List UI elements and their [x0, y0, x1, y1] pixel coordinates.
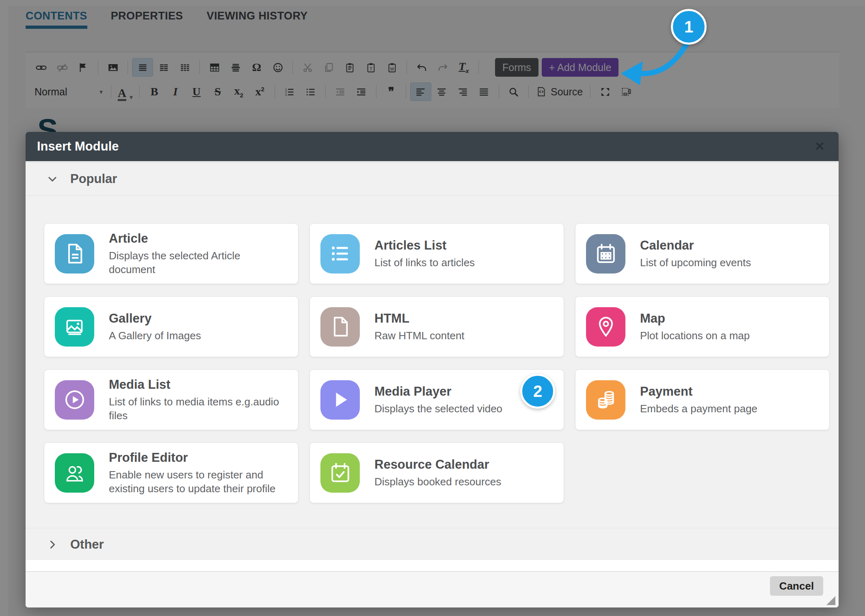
module-description: List of links to articles	[374, 256, 475, 269]
module-description: Displays the selected Article document	[109, 249, 283, 276]
module-card-grid: ArticleDisplays the selected Article doc…	[44, 223, 830, 503]
document-icon	[55, 234, 94, 274]
calendar-icon	[586, 234, 625, 274]
module-card-profile-editor[interactable]: Profile EditorEnable new users to regist…	[44, 442, 298, 503]
chevron-right-icon	[47, 539, 58, 550]
play-icon	[320, 380, 360, 420]
module-description: Displays booked resources	[374, 475, 501, 489]
module-description: Raw HTML content	[374, 329, 465, 342]
calendar-check-icon	[320, 453, 360, 493]
dialog-header: Insert Module ✕	[26, 132, 839, 163]
module-card-text: Profile EditorEnable new users to regist…	[109, 450, 283, 495]
section-other[interactable]: Other	[26, 528, 839, 561]
chevron-down-icon	[47, 173, 58, 185]
gallery-icon	[55, 307, 94, 347]
module-card-calendar[interactable]: CalendarList of upcoming events	[575, 223, 830, 284]
coins-icon	[586, 380, 625, 420]
module-card-media-player[interactable]: Media PlayerDisplays the selected video2	[309, 369, 564, 430]
module-title: Resource Calendar	[374, 457, 501, 472]
module-card-text: Media PlayerDisplays the selected video	[374, 384, 502, 416]
module-title: Calendar	[640, 238, 751, 253]
cancel-button[interactable]: Cancel	[770, 576, 823, 596]
section-popular-label: Popular	[70, 172, 117, 186]
module-card-payment[interactable]: PaymentEmbeds a payment page	[575, 369, 830, 430]
module-card-text: GalleryA Gallery of Images	[109, 311, 201, 342]
list-icon	[320, 234, 360, 274]
module-card-media-list[interactable]: Media ListList of links to media items e…	[44, 369, 298, 430]
step2-badge: 2	[520, 374, 555, 409]
module-title: Article	[109, 231, 283, 246]
module-card-text: CalendarList of upcoming events	[640, 238, 751, 269]
module-card-map[interactable]: MapPlot locations on a map	[575, 296, 830, 357]
module-title: Gallery	[109, 311, 201, 326]
module-card-resource-calendar[interactable]: Resource CalendarDisplays booked resourc…	[309, 442, 564, 503]
module-description: Enable new users to register and existin…	[109, 468, 283, 495]
module-title: HTML	[374, 311, 465, 326]
module-card-text: PaymentEmbeds a payment page	[640, 384, 757, 416]
module-description: Plot locations on a map	[640, 329, 750, 342]
screen: CONTENTSPROPERTIESVIEWING HISTORY ΩTWTxF…	[0, 0, 865, 616]
module-description: A Gallery of Images	[109, 329, 201, 342]
dialog-body-strip	[26, 560, 839, 571]
module-card-text: HTMLRaw HTML content	[374, 311, 465, 342]
module-card-html[interactable]: HTMLRaw HTML content	[309, 296, 564, 357]
module-description: Embeds a payment page	[640, 402, 757, 416]
file-icon	[320, 307, 360, 347]
module-card-gallery[interactable]: GalleryA Gallery of Images	[44, 296, 298, 357]
module-description: List of links to media items e.g.audio f…	[109, 395, 283, 422]
module-title: Map	[640, 311, 750, 326]
module-card-text: MapPlot locations on a map	[640, 311, 750, 342]
module-title: Media Player	[374, 384, 502, 399]
module-description: List of upcoming events	[640, 256, 751, 269]
users-icon	[55, 453, 94, 493]
module-card-article[interactable]: ArticleDisplays the selected Article doc…	[44, 223, 298, 284]
module-title: Media List	[109, 377, 283, 392]
close-icon[interactable]: ✕	[815, 139, 825, 153]
module-description: Displays the selected video	[374, 402, 502, 416]
module-card-text: Articles ListList of links to articles	[374, 238, 475, 269]
section-popular[interactable]: Popular	[26, 163, 839, 196]
map-pin-icon	[586, 307, 625, 347]
dialog-title: Insert Module	[37, 139, 119, 154]
module-title: Payment	[640, 384, 757, 399]
module-card-text: Resource CalendarDisplays booked resourc…	[374, 457, 501, 489]
module-card-text: ArticleDisplays the selected Article doc…	[109, 231, 283, 276]
resize-handle[interactable]	[826, 596, 835, 605]
module-title: Articles List	[374, 238, 475, 253]
module-title: Profile Editor	[109, 450, 283, 465]
module-card-text: Media ListList of links to media items e…	[109, 377, 283, 422]
module-card-articles-list[interactable]: Articles ListList of links to articles	[309, 223, 564, 284]
section-other-label: Other	[70, 537, 104, 552]
insert-module-dialog: Insert Module ✕ Popular ArticleDisplays …	[26, 132, 839, 607]
dialog-footer: Cancel	[26, 571, 839, 607]
play-circle-icon	[55, 380, 94, 420]
